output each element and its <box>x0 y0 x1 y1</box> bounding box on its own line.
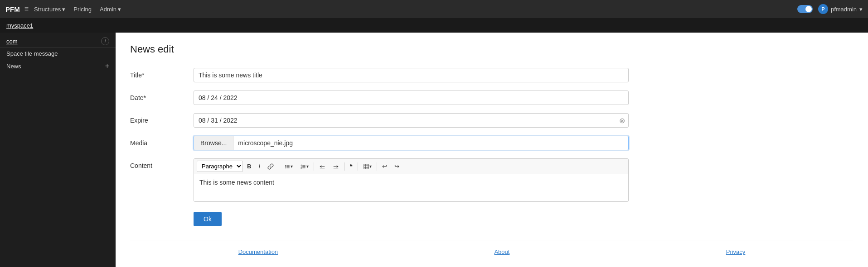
media-wrapper: Browse... microscope_nie.jpg <box>194 136 629 150</box>
user-chevron-icon: ▾ <box>859 6 863 13</box>
avatar: P <box>818 4 828 14</box>
editor-toolbar: Paragraphe B I ▾ 1.2.3. <box>194 159 628 174</box>
topnav: PFM ≡ Structures ▾ Pricing Admin ▾ P pfm… <box>0 0 868 18</box>
toolbar-sep-2 <box>314 162 314 171</box>
svg-rect-9 <box>302 166 305 167</box>
svg-rect-1 <box>286 165 289 165</box>
sidebar-section-title[interactable]: com <box>6 38 18 45</box>
content-field: Paragraphe B I ▾ 1.2.3. <box>194 158 629 202</box>
title-field <box>194 68 629 82</box>
main-layout: com i Space tile message News + News edi… <box>0 33 868 267</box>
media-label: Media <box>130 136 194 147</box>
ok-btn-row: Ok <box>194 212 853 226</box>
form-row-content: Content Paragraphe B I <box>130 158 629 202</box>
svg-rect-11 <box>302 167 305 168</box>
nav-pricing[interactable]: Pricing <box>71 6 94 13</box>
italic-button[interactable]: I <box>255 162 263 171</box>
form-row-expire: Expire ⊗ <box>130 113 629 128</box>
toolbar-sep-5 <box>377 162 377 171</box>
toolbar-sep-4 <box>358 162 358 171</box>
form-row-date: Date* <box>130 91 629 105</box>
ol-button[interactable]: 1.2.3. ▾ <box>297 162 312 171</box>
toolbar-sep-1 <box>279 162 279 171</box>
breadcrumb-bar: myspace1 <box>0 18 868 33</box>
privacy-link[interactable]: Privacy <box>726 248 746 255</box>
footer: Documentation About Privacy <box>130 240 853 262</box>
form-row-title: Title* <box>130 68 629 82</box>
add-news-icon[interactable]: + <box>105 62 109 70</box>
svg-rect-0 <box>285 165 286 166</box>
form-row-media: Media Browse... microscope_nie.jpg <box>130 136 629 150</box>
page-title: News edit <box>130 43 853 55</box>
about-link[interactable]: About <box>494 248 509 255</box>
breadcrumb-link[interactable]: myspace1 <box>6 22 33 29</box>
svg-rect-5 <box>286 167 289 168</box>
editor-body[interactable]: This is some news content <box>194 174 628 201</box>
ul-dropdown-icon: ▾ <box>291 164 293 169</box>
user-menu[interactable]: P pfmadmin ▾ <box>818 4 863 14</box>
chevron-down-icon: ▾ <box>62 6 65 13</box>
username-label: pfmadmin <box>831 6 857 13</box>
media-filename: microscope_nie.jpg <box>233 136 628 150</box>
browse-button[interactable]: Browse... <box>194 136 233 150</box>
title-input[interactable] <box>194 68 629 82</box>
toggle-switch[interactable] <box>797 5 813 13</box>
ok-button[interactable]: Ok <box>194 212 222 226</box>
ul-button[interactable]: ▾ <box>281 162 296 171</box>
link-button[interactable] <box>264 162 277 171</box>
media-field: Browse... microscope_nie.jpg <box>194 136 629 150</box>
indent-button[interactable] <box>330 162 342 171</box>
table-button[interactable]: ▾ <box>360 162 375 171</box>
paragraph-select[interactable]: Paragraphe <box>197 161 243 172</box>
svg-rect-2 <box>285 166 286 167</box>
editor-content: This is some news content <box>199 179 274 186</box>
brand-logo: PFM <box>5 5 20 13</box>
sidebar-news-row: News + <box>0 60 116 72</box>
ol-dropdown-icon: ▾ <box>306 164 309 169</box>
documentation-link[interactable]: Documentation <box>238 248 278 255</box>
title-label: Title* <box>130 68 194 79</box>
redo-button[interactable]: ↪ <box>391 162 402 171</box>
expire-input[interactable] <box>194 113 629 128</box>
content-label: Content <box>130 158 194 169</box>
topnav-right: P pfmadmin ▾ <box>797 4 863 14</box>
bold-button[interactable]: B <box>244 162 254 171</box>
expire-clear-icon[interactable]: ⊗ <box>619 116 625 125</box>
outdent-button[interactable] <box>316 162 329 171</box>
content-area: News edit Title* Date* Expire ⊗ Media <box>116 33 868 267</box>
chevron-down-icon: ▾ <box>118 6 121 13</box>
blockquote-button[interactable]: ❝ <box>346 162 356 171</box>
date-field <box>194 91 629 105</box>
expire-field: ⊗ <box>194 113 629 128</box>
date-label: Date* <box>130 91 194 101</box>
undo-button[interactable]: ↩ <box>379 162 390 171</box>
sidebar-news-label[interactable]: News <box>6 63 21 70</box>
toggle-knob <box>805 6 812 12</box>
editor-wrapper: Paragraphe B I ▾ 1.2.3. <box>194 158 629 202</box>
toolbar-sep-3 <box>344 162 344 171</box>
svg-rect-3 <box>286 166 289 167</box>
expire-label: Expire <box>130 113 194 124</box>
svg-rect-4 <box>285 167 286 168</box>
info-icon[interactable]: i <box>101 37 109 45</box>
nav-structures[interactable]: Structures ▾ <box>31 6 68 13</box>
svg-text:3.: 3. <box>301 167 302 169</box>
nav-admin[interactable]: Admin ▾ <box>97 6 124 13</box>
table-dropdown-icon: ▾ <box>369 164 372 169</box>
sidebar: com i Space tile message News + <box>0 33 116 267</box>
svg-rect-7 <box>302 165 305 165</box>
hamburger-icon[interactable]: ≡ <box>24 5 29 13</box>
svg-rect-18 <box>364 164 369 169</box>
sidebar-section-header: com i <box>0 33 116 48</box>
sidebar-item-space-tile[interactable]: Space tile message <box>0 48 116 60</box>
date-input[interactable] <box>194 91 629 105</box>
